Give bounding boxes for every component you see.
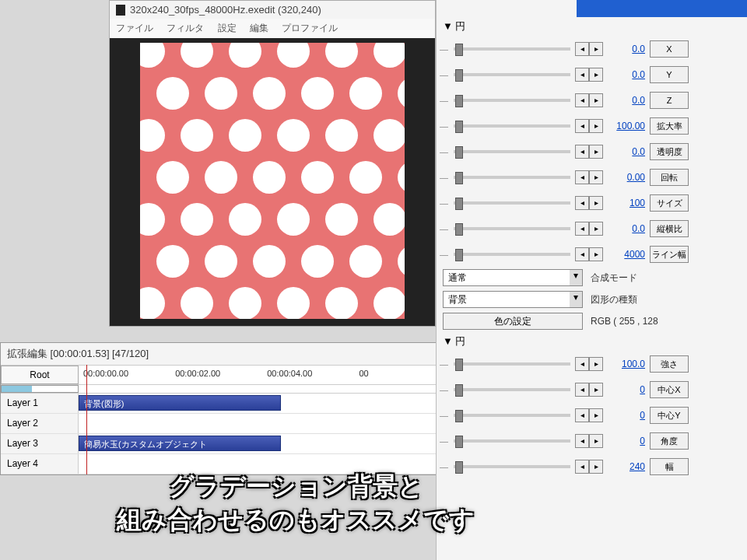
track-1[interactable]: 背景(図形)	[79, 394, 443, 413]
color-settings-button[interactable]: 色の設定	[443, 313, 583, 330]
spinner[interactable]: ◂▸	[575, 170, 603, 184]
decrement-icon[interactable]: ◂	[575, 93, 589, 107]
spinner[interactable]: ◂▸	[575, 434, 603, 448]
slider[interactable]	[454, 388, 570, 391]
increment-icon[interactable]: ▸	[589, 247, 603, 261]
param-button-サイズ[interactable]: サイズ	[650, 194, 689, 212]
increment-icon[interactable]: ▸	[589, 222, 603, 236]
menu-file[interactable]: ファイル	[116, 23, 153, 33]
spinner[interactable]: ◂▸	[575, 357, 603, 371]
decrement-icon[interactable]: ◂	[575, 119, 589, 133]
menu-filter[interactable]: フィルタ	[167, 23, 204, 33]
decrement-icon[interactable]: ◂	[575, 434, 589, 448]
param-value[interactable]: 0.0	[603, 44, 650, 54]
slider[interactable]	[454, 253, 570, 256]
param-button-縦横比[interactable]: 縦横比	[650, 220, 689, 237]
increment-icon[interactable]: ▸	[589, 434, 603, 448]
param-button-中心Y[interactable]: 中心Y	[650, 407, 689, 424]
spinner[interactable]: ◂▸	[575, 145, 603, 159]
track-3[interactable]: 簡易水玉(カスタムオブジェクト	[79, 434, 443, 453]
increment-icon[interactable]: ▸	[589, 119, 603, 133]
param-button-ライン幅[interactable]: ライン幅	[650, 246, 689, 263]
param-value[interactable]: 0	[603, 436, 650, 446]
decrement-icon[interactable]: ◂	[575, 145, 589, 159]
layer-label-2[interactable]: Layer 2	[1, 414, 79, 433]
increment-icon[interactable]: ▸	[589, 383, 603, 397]
param-button-拡大率[interactable]: 拡大率	[650, 117, 689, 135]
decrement-icon[interactable]: ◂	[575, 196, 589, 210]
spinner[interactable]: ◂▸	[575, 196, 603, 210]
clip-background-shape[interactable]: 背景(図形)	[79, 395, 281, 411]
slider[interactable]	[454, 439, 570, 443]
shape-type-combo[interactable]: 背景▾	[443, 291, 583, 308]
layer-label-1[interactable]: Layer 1	[1, 394, 79, 413]
increment-icon[interactable]: ▸	[589, 145, 603, 159]
slider[interactable]	[454, 465, 570, 468]
spinner[interactable]: ◂▸	[575, 42, 603, 56]
slider[interactable]	[454, 176, 570, 179]
param-value[interactable]: 240	[603, 461, 650, 472]
param-button-Y[interactable]: Y	[650, 66, 689, 83]
section-toggle-2[interactable]: ▼ 円	[437, 332, 747, 351]
slider[interactable]	[454, 124, 570, 128]
param-button-角度[interactable]: 角度	[650, 432, 689, 450]
menu-profile[interactable]: プロファイル	[282, 23, 338, 33]
menu-settings[interactable]: 設定	[218, 23, 237, 33]
param-button-強さ[interactable]: 強さ	[650, 355, 689, 373]
time-ruler[interactable]: 00:00:00.00 00:00:02.00 00:00:04.00 00	[79, 366, 443, 384]
decrement-icon[interactable]: ◂	[575, 357, 589, 371]
decrement-icon[interactable]: ◂	[575, 222, 589, 236]
increment-icon[interactable]: ▸	[589, 196, 603, 210]
param-value[interactable]: 100.00	[603, 121, 650, 131]
menu-edit[interactable]: 編集	[250, 23, 268, 33]
increment-icon[interactable]: ▸	[589, 93, 603, 107]
param-value[interactable]: 4000	[603, 249, 650, 260]
param-button-回転[interactable]: 回転	[650, 169, 689, 186]
decrement-icon[interactable]: ◂	[575, 460, 589, 474]
decrement-icon[interactable]: ◂	[575, 247, 589, 261]
increment-icon[interactable]: ▸	[589, 68, 603, 82]
root-button[interactable]: Root	[1, 366, 79, 384]
param-button-Z[interactable]: Z	[650, 92, 689, 109]
spinner[interactable]: ◂▸	[575, 119, 603, 133]
slider[interactable]	[454, 150, 570, 153]
spinner[interactable]: ◂▸	[575, 222, 603, 236]
slider[interactable]	[454, 47, 570, 51]
playhead[interactable]	[86, 365, 87, 474]
increment-icon[interactable]: ▸	[589, 460, 603, 474]
track-2[interactable]	[79, 414, 443, 433]
decrement-icon[interactable]: ◂	[575, 170, 589, 184]
param-button-X[interactable]: X	[650, 40, 689, 58]
decrement-icon[interactable]: ◂	[575, 42, 589, 56]
increment-icon[interactable]: ▸	[589, 357, 603, 371]
slider[interactable]	[454, 201, 570, 205]
slider[interactable]	[454, 227, 570, 230]
param-button-中心X[interactable]: 中心X	[650, 381, 689, 398]
spinner[interactable]: ◂▸	[575, 247, 603, 261]
param-value[interactable]: 0.0	[603, 95, 650, 106]
param-value[interactable]: 0	[603, 410, 650, 421]
slider[interactable]	[454, 99, 570, 102]
slider[interactable]	[454, 73, 570, 76]
decrement-icon[interactable]: ◂	[575, 408, 589, 422]
spinner[interactable]: ◂▸	[575, 383, 603, 397]
param-value[interactable]: 100	[603, 198, 650, 208]
param-value[interactable]: 100.0	[603, 359, 650, 369]
layer-label-3[interactable]: Layer 3	[1, 434, 79, 453]
decrement-icon[interactable]: ◂	[575, 383, 589, 397]
increment-icon[interactable]: ▸	[589, 408, 603, 422]
section-toggle-1[interactable]: ▼ 円	[437, 17, 747, 36]
spinner[interactable]: ◂▸	[575, 460, 603, 474]
param-value[interactable]: 0.00	[603, 172, 650, 183]
param-button-幅[interactable]: 幅	[650, 458, 689, 475]
clip-polka-custom[interactable]: 簡易水玉(カスタムオブジェクト	[79, 436, 281, 451]
param-value[interactable]: 0.0	[603, 69, 650, 80]
spinner[interactable]: ◂▸	[575, 68, 603, 82]
param-value[interactable]: 0.0	[603, 223, 650, 234]
param-value[interactable]: 0	[603, 384, 650, 395]
increment-icon[interactable]: ▸	[589, 42, 603, 56]
decrement-icon[interactable]: ◂	[575, 68, 589, 82]
slider[interactable]	[454, 362, 570, 366]
increment-icon[interactable]: ▸	[589, 170, 603, 184]
blend-mode-combo[interactable]: 通常▾	[443, 269, 583, 286]
